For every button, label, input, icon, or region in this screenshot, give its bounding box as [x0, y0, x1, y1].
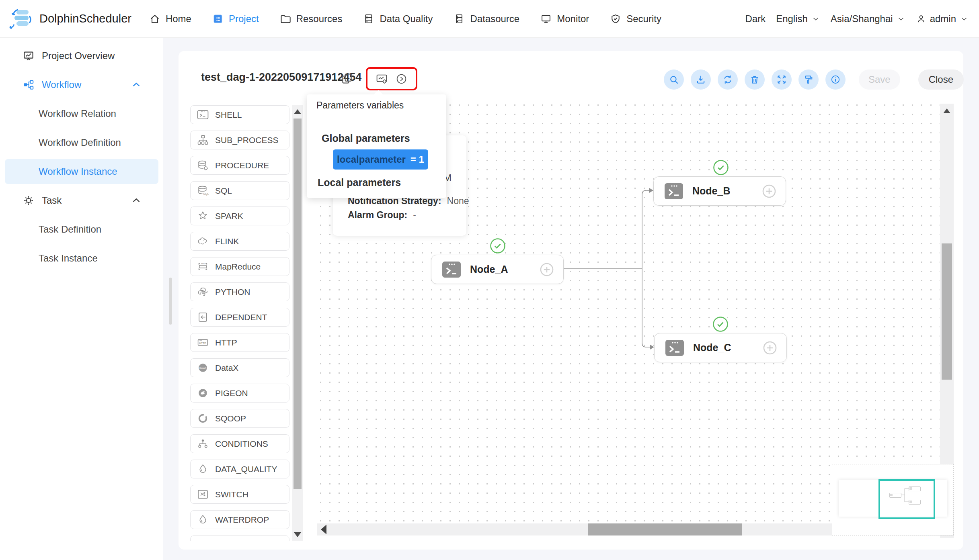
canvas-horizontal-scrollbar[interactable]	[317, 523, 832, 535]
nav-item-data-quality[interactable]: Data Quality	[363, 13, 433, 25]
palette-item-spark[interactable]: SPARK	[190, 206, 289, 225]
sidebar-item-workflow-relation[interactable]: Workflow Relation	[0, 104, 163, 123]
vertical-scrollbar-thumb[interactable]	[942, 243, 952, 380]
palette-item-label: CONDITIONS	[215, 439, 268, 449]
sidebar-item-workflow[interactable]: Workflow	[0, 76, 163, 94]
switch-icon	[197, 489, 209, 500]
palette-item-waterdrop[interactable]: WATERDROP	[190, 510, 289, 529]
download-button[interactable]	[691, 69, 711, 90]
svg-text:MR: MR	[201, 262, 205, 265]
nav-item-monitor[interactable]: Monitor	[540, 13, 589, 25]
home-icon	[149, 13, 160, 25]
sidebar-item-workflow-definition[interactable]: Workflow Definition	[0, 133, 163, 152]
palette-item-switch[interactable]: SWITCH	[190, 485, 289, 504]
timezone-select[interactable]: Asia/Shanghai	[831, 13, 905, 25]
sidebar-item-workflow-instance[interactable]: Workflow Instance	[5, 159, 158, 184]
palette-item-pigeon[interactable]: PIGEON	[190, 384, 289, 403]
palette-item-flink[interactable]: FLINK	[190, 232, 289, 251]
delete-button[interactable]	[745, 69, 765, 90]
fullscreen-button[interactable]	[772, 69, 792, 90]
node-connect-plus-icon[interactable]	[762, 340, 778, 356]
user-menu[interactable]: admin	[916, 13, 969, 25]
refresh-button[interactable]	[718, 69, 738, 90]
palette-item-data-quality[interactable]: DATA_QUALITY	[190, 460, 289, 478]
horizontal-scrollbar-thumb[interactable]	[588, 523, 742, 535]
close-button[interactable]: Close	[918, 69, 964, 90]
monitor-icon	[540, 13, 552, 25]
circle-arrow-right-icon[interactable]	[396, 73, 407, 85]
datasource-icon	[454, 13, 465, 25]
parameter-chip: localparameter = 1	[333, 149, 428, 170]
sidebar-item-task-instance[interactable]: Task Instance	[0, 249, 163, 268]
local-parameters-heading: Local parameters	[318, 177, 401, 188]
sidebar-item-task[interactable]: Task	[0, 191, 163, 210]
highlighted-icon-group	[366, 67, 417, 90]
project-overview-icon	[23, 50, 35, 62]
nav-item-home[interactable]: Home	[149, 13, 191, 25]
chevron-down-icon	[960, 14, 969, 23]
chevron-up-icon	[130, 194, 142, 206]
dag-node-c[interactable]: Node_C	[654, 333, 787, 362]
palette-item-label: PIGEON	[215, 388, 248, 398]
node-connect-plus-icon[interactable]	[761, 184, 777, 199]
project-icon	[212, 13, 224, 25]
palette-item-sqoop[interactable]: SQOOP	[190, 409, 289, 428]
palette-item-partial[interactable]	[190, 535, 289, 541]
palette-item-conditions[interactable]: CONDITIONS	[190, 434, 289, 453]
shell-task-icon	[442, 261, 461, 278]
palette-item-label: WATERDROP	[215, 515, 269, 525]
python-icon	[197, 286, 209, 297]
palette-item-shell[interactable]: SHELL	[190, 105, 289, 124]
palette-scrollbar[interactable]	[292, 105, 303, 541]
dag-canvas-card: test_dag-1-20220509171912454 SaveClose S…	[179, 51, 963, 550]
nav-item-project[interactable]: Project	[212, 13, 259, 25]
nav-item-datasource[interactable]: Datasource	[454, 13, 519, 25]
nav-item-label: Project	[229, 13, 259, 25]
palette-item-label: SQL	[215, 186, 232, 196]
palette-item-dependent[interactable]: DEPENDENT	[190, 308, 289, 327]
info-icon	[830, 74, 841, 85]
sidebar-resize-handle[interactable]	[169, 278, 172, 325]
palette-item-python[interactable]: PYTHON	[190, 282, 289, 301]
theme-toggle[interactable]: Dark	[745, 13, 766, 25]
brand-name: DolphinScheduler	[39, 12, 131, 25]
palette-item-sub-process[interactable]: SUB_PROCESS	[190, 131, 289, 149]
palette-item-label: PYTHON	[215, 287, 250, 297]
nav-item-resources[interactable]: Resources	[280, 13, 343, 25]
save-button[interactable]: Save	[859, 69, 900, 90]
language-select[interactable]: English	[776, 13, 820, 25]
parameters-variables-icon[interactable]	[376, 73, 388, 85]
minimap-viewport[interactable]	[878, 479, 935, 519]
task-palette: SHELLSUB_PROCESSPROCEDURESQLSQLSPARKFLIN…	[179, 51, 299, 541]
palette-item-datax[interactable]: DataXDataX	[190, 358, 289, 377]
dag-node-a[interactable]: Node_A	[431, 255, 564, 284]
sidebar-item-project-overview[interactable]: Project Overview	[0, 47, 163, 65]
palette-scrollbar-thumb[interactable]	[293, 119, 302, 489]
format-button[interactable]	[798, 69, 819, 90]
copy-icon[interactable]	[341, 72, 353, 84]
folder-icon	[280, 13, 291, 25]
search-icon	[669, 74, 679, 85]
node-label: Node_A	[470, 264, 508, 275]
nav-item-label: Monitor	[557, 13, 589, 25]
palette-item-label: DEPENDENT	[215, 313, 267, 322]
brand-logo[interactable]: DolphinScheduler	[0, 8, 131, 30]
scroll-up-arrow-icon[interactable]	[943, 108, 950, 113]
node-connect-plus-icon[interactable]	[539, 262, 554, 277]
node-label: Node_B	[692, 185, 730, 197]
search-button[interactable]	[664, 69, 684, 90]
palette-item-procedure[interactable]: PROCEDURE	[190, 156, 289, 175]
sidebar-item-task-definition[interactable]: Task Definition	[0, 220, 163, 239]
scroll-left-arrow-icon[interactable]	[321, 525, 326, 534]
palette-item-sql[interactable]: SQLSQL	[190, 181, 289, 200]
palette-item-http[interactable]: HTTPHTTP	[190, 333, 289, 352]
palette-item-label: SPARK	[215, 211, 243, 221]
scroll-up-arrow-icon[interactable]	[294, 109, 301, 114]
dolphinscheduler-logo-icon	[8, 8, 35, 30]
nav-item-security[interactable]: Security	[610, 13, 661, 25]
scroll-down-arrow-icon[interactable]	[294, 532, 301, 537]
dag-node-b[interactable]: Node_B	[653, 176, 786, 206]
palette-item-mapreduce[interactable]: MRMapReduce	[190, 257, 289, 276]
dag-minimap[interactable]	[832, 464, 954, 535]
info-button[interactable]	[825, 69, 846, 90]
